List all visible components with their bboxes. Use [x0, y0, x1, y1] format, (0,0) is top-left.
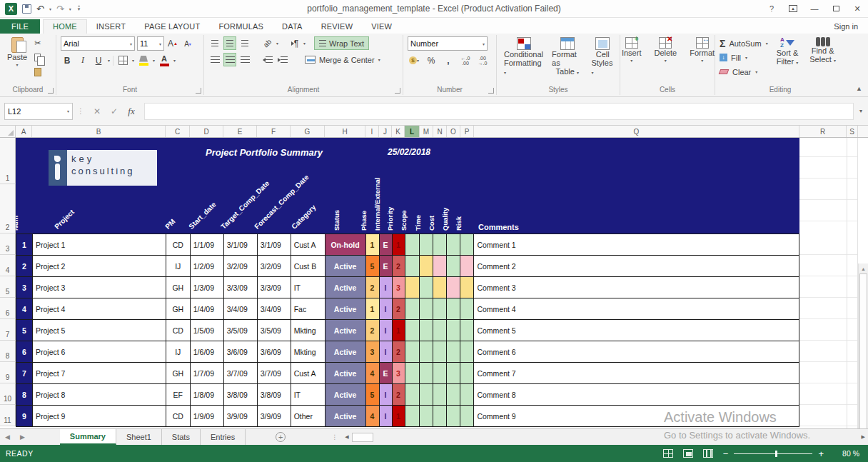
cell-time[interactable]	[420, 256, 433, 277]
cell-scope[interactable]	[405, 298, 420, 320]
cell-target-comp-date[interactable]: 3/8/09	[224, 384, 258, 406]
row-header-9[interactable]: 9	[0, 362, 16, 383]
column-header-I[interactable]: I	[365, 126, 379, 137]
cell-pm[interactable]: EF	[166, 384, 191, 406]
cell-project[interactable]: Project 2	[33, 256, 166, 277]
cell-internal-external[interactable]: E	[380, 256, 393, 277]
cell-project[interactable]: Project 1	[33, 234, 166, 256]
ribbon-tab-view[interactable]: VIEW	[362, 20, 401, 34]
paste-button[interactable]: Paste ▾	[4, 36, 30, 85]
cell-priority[interactable]: 1	[393, 406, 405, 427]
cell-scope[interactable]	[405, 234, 420, 256]
cell-quality[interactable]	[447, 406, 460, 427]
cell-scope[interactable]	[405, 406, 420, 427]
cell-pm[interactable]: GH	[166, 277, 191, 298]
ribbon-tab-data[interactable]: DATA	[273, 20, 312, 34]
cell-time[interactable]	[420, 341, 433, 363]
cell-pm[interactable]: CD	[166, 406, 191, 427]
underline-dropdown-icon[interactable]: ▾	[108, 58, 110, 63]
cell-category[interactable]: Cust B	[291, 256, 326, 277]
cell-pm[interactable]: IJ	[166, 341, 191, 363]
cancel-formula-icon[interactable]: ✕	[89, 106, 106, 116]
cell-quality[interactable]	[447, 384, 460, 406]
row-header-5[interactable]: 5	[0, 276, 16, 298]
zoom-slider[interactable]: − +	[723, 449, 824, 458]
top-align-button[interactable]	[208, 36, 221, 50]
cell-time[interactable]	[420, 298, 433, 320]
cell-internal-external[interactable]: E	[380, 234, 393, 256]
ribbon-tab-review[interactable]: REVIEW	[312, 20, 363, 34]
cell-cost[interactable]	[433, 256, 447, 277]
cell-status[interactable]: Active	[326, 320, 366, 341]
column-header-Q[interactable]: Q	[474, 126, 799, 137]
cell-start-date[interactable]: 1/8/09	[191, 384, 224, 406]
cell-risk[interactable]	[460, 363, 474, 384]
cell-forecast-comp-date[interactable]: 3/9/09	[258, 406, 291, 427]
cell-phase[interactable]: 4	[366, 406, 380, 427]
cell-priority[interactable]: 3	[393, 363, 405, 384]
cell-forecast-comp-date[interactable]: 3/5/09	[258, 320, 291, 341]
cell-forecast-comp-date[interactable]: 3/2/09	[258, 256, 291, 277]
fill-color-button[interactable]	[137, 54, 150, 67]
insert-cells-button[interactable]: + Insert▾	[619, 36, 645, 85]
normal-view-icon[interactable]	[663, 449, 673, 458]
sheet-tab-sheet1[interactable]: Sheet1	[116, 429, 162, 445]
italic-button[interactable]: I	[76, 54, 89, 67]
select-all-corner[interactable]	[0, 126, 16, 137]
column-header-D[interactable]: D	[190, 126, 223, 137]
row-header-1[interactable]: 1	[0, 138, 16, 184]
cell-pm[interactable]: GH	[166, 298, 191, 320]
cell-quality[interactable]	[447, 298, 460, 320]
cell-quality[interactable]	[447, 234, 460, 256]
cell-num[interactable]: 3	[16, 277, 33, 298]
increase-decimal-button[interactable]: ←.0.00	[459, 54, 472, 67]
row-header-10[interactable]: 10	[0, 383, 16, 405]
cell-quality[interactable]	[447, 363, 460, 384]
grow-font-button[interactable]: A▲	[166, 37, 179, 51]
column-header-S[interactable]: S	[847, 126, 858, 137]
sheet-tab-summary[interactable]: Summary	[60, 429, 116, 445]
horizontal-scroll-thumb[interactable]	[352, 433, 373, 442]
cell-status[interactable]: Active	[326, 384, 366, 406]
cell-comment[interactable]: Comment 4	[474, 298, 799, 320]
orientation-button[interactable]: ab	[261, 36, 274, 50]
cell-category[interactable]: Fac	[291, 298, 326, 320]
scroll-right-icon[interactable]: ▶	[859, 434, 868, 440]
cell-target-comp-date[interactable]: 3/2/09	[224, 256, 258, 277]
ribbon-tab-home[interactable]: HOME	[43, 19, 87, 34]
row-header-3[interactable]: 3	[0, 233, 16, 255]
cell-phase[interactable]: 1	[366, 298, 380, 320]
align-right-button[interactable]	[238, 53, 251, 66]
cell-start-date[interactable]: 1/4/09	[191, 298, 224, 320]
orientation-dropdown-icon[interactable]: ▾	[276, 41, 278, 46]
cell-start-date[interactable]: 1/1/09	[191, 234, 224, 256]
sort-filter-button[interactable]: AZ Sort & Filter ▾	[774, 36, 802, 85]
help-icon[interactable]: ?	[761, 0, 782, 17]
cell-project[interactable]: Project 8	[33, 384, 166, 406]
ribbon-display-options-icon[interactable]: ▲	[782, 0, 804, 17]
cell-forecast-comp-date[interactable]: 3/8/09	[258, 384, 291, 406]
cell-forecast-comp-date[interactable]: 3/3/09	[258, 277, 291, 298]
row-header-6[interactable]: 6	[0, 298, 16, 319]
cell-scope[interactable]	[405, 384, 420, 406]
redo-dropdown-icon[interactable]: ▾	[69, 6, 71, 11]
cell-num[interactable]: 8	[16, 384, 33, 406]
font-color-dropdown-icon[interactable]: ▾	[173, 58, 176, 63]
cell-comment[interactable]: Comment 3	[474, 277, 799, 298]
cell-priority[interactable]: 2	[393, 256, 405, 277]
cell-comment[interactable]: Comment 7	[474, 363, 799, 384]
page-layout-view-icon[interactable]	[683, 449, 693, 458]
decrease-decimal-button[interactable]: .00→.0	[476, 54, 489, 67]
cell-comment[interactable]: Comment 1	[474, 234, 799, 256]
comma-style-button[interactable]: ,	[442, 54, 455, 67]
bottom-align-button[interactable]	[238, 36, 251, 50]
cell-project[interactable]: Project 4	[33, 298, 166, 320]
cell-quality[interactable]	[447, 341, 460, 363]
column-header-K[interactable]: K	[392, 126, 405, 137]
cell-project[interactable]: Project 7	[33, 363, 166, 384]
name-box[interactable]: L12▾	[4, 103, 73, 120]
cell-num[interactable]: 1	[16, 234, 33, 256]
column-header-A[interactable]: A	[16, 126, 32, 137]
sheet-tab-stats[interactable]: Stats	[162, 429, 201, 445]
cell-project[interactable]: Project 9	[33, 406, 166, 427]
